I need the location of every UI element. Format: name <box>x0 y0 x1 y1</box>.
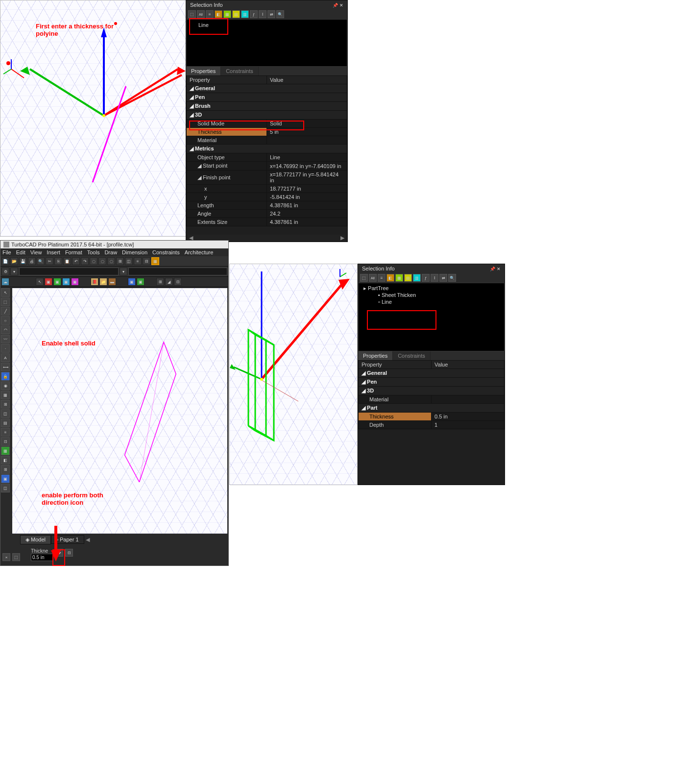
toolbar-button[interactable]: Ⅰ <box>259 10 266 18</box>
toolbar-button[interactable]: ▤ <box>1 418 10 427</box>
top-viewport[interactable]: First enter a thickness for polyine <box>0 0 187 237</box>
toolbar-button[interactable]: × <box>2 553 10 561</box>
toolbar-button[interactable]: ƒ <box>422 274 430 282</box>
toolbar-button[interactable]: 🔍 <box>276 10 284 18</box>
group-part[interactable]: ◢ Part <box>359 404 505 413</box>
col-value[interactable]: Value <box>267 76 347 84</box>
toolbar-button[interactable]: ◫ <box>125 257 133 265</box>
toolbar-button[interactable]: ⊞ <box>1 400 10 409</box>
group-pen[interactable]: ◢ Pen <box>187 93 347 102</box>
group-pen[interactable]: ◢ Pen <box>359 378 505 387</box>
curve-icon[interactable]: 〰 <box>1 335 10 343</box>
toolbar-button[interactable]: ≡ <box>1 428 10 437</box>
tree-item-sheet-thicken[interactable]: ▪ Sheet Thicken <box>361 292 502 298</box>
menu-dimension[interactable]: Dimension <box>122 249 147 255</box>
tree-item-line[interactable]: Line <box>189 22 345 28</box>
toolbar-button[interactable]: ⊟ <box>143 257 150 265</box>
toolbar-button[interactable]: ▣ <box>53 278 61 286</box>
toolbar-button[interactable]: ⇄ <box>439 274 447 282</box>
toolbar-button[interactable]: 📁 <box>99 278 107 286</box>
toolbar-button[interactable]: ◧ <box>386 274 394 282</box>
circle-icon[interactable]: ○ <box>1 316 10 325</box>
toolbar-button[interactable]: ⊞ <box>156 278 164 286</box>
group-3d[interactable]: ◢ 3D <box>187 111 347 120</box>
group-general[interactable]: ◢ General <box>187 84 347 93</box>
col-property[interactable]: Property <box>187 76 267 84</box>
text-icon[interactable]: A <box>1 353 10 362</box>
toolbar-button[interactable]: ⊡ <box>174 278 182 286</box>
lock-icon[interactable]: 🔒 <box>1 372 10 381</box>
layer-combo[interactable] <box>19 268 119 275</box>
toolbar-button[interactable]: ▥ <box>241 10 249 18</box>
panel-title[interactable]: Selection Info <box>186 0 347 9</box>
open-icon[interactable]: 📂 <box>10 257 18 265</box>
toolbar-button[interactable]: ⬚ <box>188 10 196 18</box>
toolbar-button[interactable]: ▣ <box>71 278 79 286</box>
pin-icon[interactable] <box>490 266 495 271</box>
group-metrics[interactable]: ◢ Metrics <box>187 145 347 153</box>
col-property[interactable]: Property <box>359 361 432 369</box>
toolbar-button[interactable]: ◧ <box>1 456 10 465</box>
redo-icon[interactable]: ↷ <box>81 257 89 265</box>
cloud-icon[interactable]: ☁ <box>1 278 9 286</box>
copy-icon[interactable]: ⎘ <box>54 257 62 265</box>
toolbar-button[interactable]: ▤ <box>232 10 240 18</box>
tree-item-line[interactable]: ▫ Line <box>361 298 502 305</box>
row-x-value[interactable]: 18.772177 in <box>267 185 347 193</box>
toolbar-button[interactable]: ≡ <box>206 10 214 18</box>
close-icon[interactable] <box>339 2 343 8</box>
menu-draw[interactable]: Draw <box>104 249 117 255</box>
menu-tools[interactable]: Tools <box>87 249 100 255</box>
select-icon[interactable]: ⬚ <box>1 297 10 306</box>
save-icon[interactable]: 💾 <box>19 257 27 265</box>
row-start-value[interactable]: x=14.76992 in y=-7.640109 in <box>267 162 347 171</box>
menu-format[interactable]: Format <box>65 249 82 255</box>
main-viewport[interactable]: Enable shell solid enable perform both d… <box>12 288 227 534</box>
toolbar-button[interactable]: ▦ <box>1 446 10 455</box>
panel-title[interactable]: Selection Info <box>358 264 505 273</box>
toolbar-button[interactable]: ▦ <box>223 10 231 18</box>
toolbar-button[interactable]: All <box>369 274 377 282</box>
toolbar-button[interactable]: ƒ <box>250 10 258 18</box>
toolbar-button[interactable]: 📕 <box>91 278 98 286</box>
toolbar-button[interactable]: ▾ <box>10 268 18 275</box>
toolbar-button[interactable]: ◧ <box>215 10 222 18</box>
selection-tree[interactable]: Line <box>186 19 347 67</box>
toolbar-button[interactable]: ◌ <box>98 257 106 265</box>
undo-icon[interactable]: ↶ <box>72 257 80 265</box>
toolbar-button[interactable]: ≡ <box>134 257 142 265</box>
row-finish-value[interactable]: x=18.772177 in y=-5.841424 in <box>267 171 347 185</box>
select-icon[interactable]: ↖ <box>36 278 44 286</box>
row-thickness-value[interactable]: 5 in <box>267 128 347 136</box>
menu-insert[interactable]: Insert <box>47 249 60 255</box>
menu-file[interactable]: File <box>2 249 11 255</box>
toolbar-button[interactable]: ◌ <box>90 257 97 265</box>
toolbar-button[interactable]: Ⅰ <box>431 274 438 282</box>
toolbar-button[interactable]: ▾ <box>120 268 127 275</box>
toolbar-button[interactable]: ▣ <box>45 278 52 286</box>
row-solidmode-value[interactable]: Solid <box>267 120 347 128</box>
toolbar-button[interactable]: ▥ <box>413 274 421 282</box>
row-y-value[interactable]: -5.841424 in <box>267 193 347 201</box>
pin-icon[interactable] <box>333 2 338 8</box>
toolbar-button[interactable]: ▣ <box>62 278 70 286</box>
menu-constraints[interactable]: Constraints <box>152 249 180 255</box>
preview-icon[interactable]: 🔍 <box>37 257 45 265</box>
toolbar-button[interactable]: ≡ <box>378 274 386 282</box>
dim-icon[interactable]: ⟷ <box>1 363 10 371</box>
row-depth-value[interactable]: 1 <box>432 421 505 429</box>
toolbar-button[interactable]: ▤ <box>404 274 412 282</box>
toolbar-button[interactable]: ⊡ <box>1 437 10 446</box>
arc-icon[interactable]: ◠ <box>1 325 10 334</box>
toolbar-button[interactable]: ▬ <box>108 278 116 286</box>
toolbar-button[interactable]: ▣ <box>1 474 10 483</box>
print-icon[interactable]: 🖨 <box>28 257 36 265</box>
group-brush[interactable]: ◢ Brush <box>187 102 347 111</box>
group-3d[interactable]: ◢ 3D <box>359 387 505 395</box>
line-icon[interactable]: ╱ <box>1 307 10 316</box>
point-icon[interactable]: · <box>1 344 10 353</box>
gear-icon[interactable]: ⚙ <box>1 268 9 275</box>
selection-tree[interactable]: ▸ PartTree ▪ Sheet Thicken ▫ Line <box>358 283 505 351</box>
toolbar-button[interactable]: ⇄ <box>267 10 275 18</box>
toolbar-button[interactable]: All <box>197 10 205 18</box>
